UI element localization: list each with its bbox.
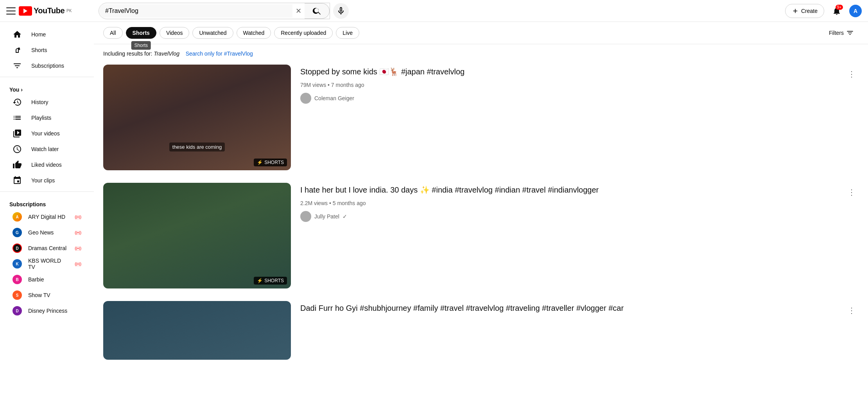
more-options-button-1[interactable]: ⋮ [845,66,859,82]
video-title-3[interactable]: Dadi Furr ho Gyi #shubhjourney #family #… [300,303,624,314]
sidebar-item-home[interactable]: Home [3,27,91,42]
filters-label: Filters [829,30,844,36]
microphone-icon [336,6,346,16]
channel-avatar-2 [300,211,311,222]
sidebar-item-your-clips-label: Your clips [31,177,55,184]
more-options-button-3[interactable]: ⋮ [845,303,859,318]
logo[interactable]: YouTubePK [19,6,72,16]
sub-label-dramas: Dramas Central [28,245,68,251]
header: YouTubePK ✕ Create 9+ A [0,0,868,22]
tab-shorts-wrapper: Shorts Shorts [126,27,156,39]
liked-videos-icon [13,160,22,169]
sub-item-barbie[interactable]: B Barbie [3,272,91,287]
hamburger-menu[interactable] [6,6,16,16]
create-button[interactable]: Create [785,4,824,18]
video-item-1: these kids are coming ⚡ SHORTS Stopped b… [103,65,859,170]
sub-avatar-showtv: S [13,290,22,300]
search-icon [312,6,322,16]
video-title-1[interactable]: Stopped by some kids 🇯🇵🦌 #japan #travelv… [300,66,464,77]
sidebar-item-your-clips[interactable]: Your clips [3,173,91,188]
video-channel-1[interactable]: Coleman Geiger [300,93,859,104]
sidebar-item-subscriptions-label: Subscriptions [31,63,64,69]
more-options-button-2[interactable]: ⋮ [845,184,859,200]
video-item-header-1: Stopped by some kids 🇯🇵🦌 #japan #travelv… [300,66,859,82]
avatar[interactable]: A [849,5,862,17]
subscriptions-section-title: Subscriptions [0,195,94,209]
search-bar: ✕ [99,3,330,19]
notification-badge: 9+ [836,5,843,10]
you-section-title: You › [0,80,94,94]
video-meta-1: 79M views • 7 months ago [300,82,859,88]
results-note-link[interactable]: Search only for #TravelVlog [186,50,253,57]
tab-recently-uploaded[interactable]: Recently uploaded [274,27,333,39]
sub-item-kbs[interactable]: K KBS WORLD TV ((•)) [3,256,91,272]
filter-bar: All Shorts Shorts Videos Unwatched Watch… [94,22,868,44]
tab-live[interactable]: Live [336,27,359,39]
sidebar-item-liked-videos[interactable]: Liked videos [3,157,91,173]
video-meta-2: 2.2M views • 5 months ago [300,200,859,206]
playlists-icon [13,113,22,123]
sub-label-ary: ARY Digital HD [28,214,68,220]
filters-icon [846,29,854,37]
channel-avatar-1 [300,93,311,104]
sidebar-item-playlists[interactable]: Playlists [3,110,91,126]
history-icon [13,97,22,107]
sub-item-dramas[interactable]: D Dramas Central ((•)) [3,240,91,256]
sidebar-item-history[interactable]: History [3,94,91,110]
sidebar-item-watch-later-label: Watch later [31,146,59,152]
live-indicator-dramas: ((•)) [75,246,81,251]
sidebar-item-subscriptions[interactable]: Subscriptions [3,58,91,74]
tab-all[interactable]: All [103,27,123,39]
sub-item-ary[interactable]: A ARY Digital HD ((•)) [3,209,91,225]
clear-search-button[interactable]: ✕ [292,7,305,15]
microphone-button[interactable] [333,3,349,19]
main-content: All Shorts Shorts Videos Unwatched Watch… [94,22,868,379]
your-videos-icon [13,129,22,138]
shorts-icon [13,45,22,55]
video-thumbnail-3[interactable] [103,301,291,360]
video-item-header-2: I hate her but I love india. 30 days ✨ #… [300,184,859,200]
results-note-italic: TravelVlog [154,50,179,57]
header-right: Create 9+ A [785,3,862,19]
sub-avatar-ary: A [13,212,22,222]
divider-1 [0,77,94,77]
tab-watched[interactable]: Watched [237,27,271,39]
sidebar-item-your-videos-label: Your videos [31,130,60,137]
sidebar-item-shorts-label: Shorts [31,47,47,53]
sub-label-kbs: KBS WORLD TV [28,258,68,270]
video-channel-2[interactable]: Jully Patel ✓ [300,211,859,222]
logo-text: YouTube [34,6,65,15]
video-info-3: Dadi Furr ho Gyi #shubhjourney #family #… [300,301,859,360]
sidebar-item-shorts[interactable]: Shorts [3,42,91,58]
search-input[interactable] [99,4,292,18]
shorts-badge-icon-2: ⚡ [257,278,263,283]
divider-2 [0,191,94,192]
channel-name-2: Jully Patel [314,213,339,220]
sub-avatar-disney: D [13,306,22,315]
sub-avatar-kbs: K [13,259,22,269]
video-title-2[interactable]: I hate her but I love india. 30 days ✨ #… [300,184,599,195]
video-thumbnail-2[interactable]: ⚡ SHORTS [103,183,291,288]
sub-item-showtv[interactable]: S Show TV [3,287,91,303]
sidebar-item-your-videos[interactable]: Your videos [3,126,91,141]
tab-shorts[interactable]: Shorts [126,27,156,39]
sidebar-item-history-label: History [31,99,48,105]
live-indicator-kbs: ((•)) [75,262,81,266]
results-area: Including results for: TravelVlog Search… [94,44,868,379]
youtube-logo-icon [19,6,32,16]
search-button[interactable] [305,3,330,19]
filters-button[interactable]: Filters [824,27,859,39]
video-thumbnail-1[interactable]: these kids are coming ⚡ SHORTS [103,65,291,170]
sub-label-showtv: Show TV [28,292,81,298]
sidebar-item-watch-later[interactable]: Watch later [3,141,91,157]
sub-item-disney[interactable]: D Disney Princess [3,303,91,319]
tab-videos[interactable]: Videos [160,27,190,39]
home-icon [13,30,22,39]
results-note-prefix: Including results for: [103,50,154,57]
video-item-3: Dadi Furr ho Gyi #shubhjourney #family #… [103,301,859,360]
sub-item-geo[interactable]: G Geo News ((•)) [3,225,91,240]
tab-unwatched[interactable]: Unwatched [192,27,233,39]
video-info-1: Stopped by some kids 🇯🇵🦌 #japan #travelv… [300,65,859,170]
notifications-button[interactable]: 9+ [829,3,845,19]
sidebar-item-liked-videos-label: Liked videos [31,162,62,168]
